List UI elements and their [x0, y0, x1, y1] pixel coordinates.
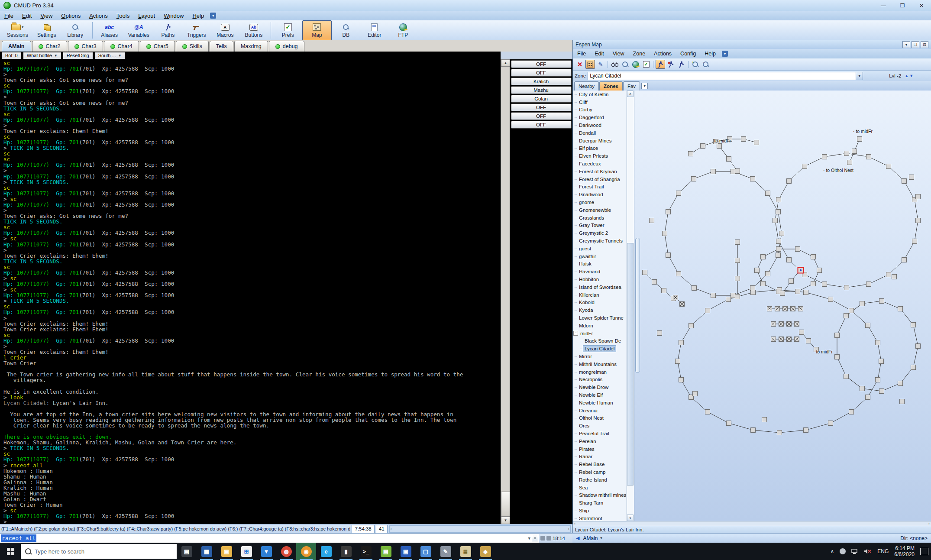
zone-item-pirates[interactable]: ···Pirates	[573, 445, 627, 453]
tab-debug[interactable]: debug	[269, 41, 304, 52]
menu-options[interactable]: Options	[57, 11, 85, 20]
zone-item-mirror[interactable]: ···Mirror	[573, 353, 627, 360]
zone-item-darkwood[interactable]: ···Darkwood	[573, 121, 627, 129]
edit-pencil-icon[interactable]: ✎	[596, 60, 605, 69]
zone-item-killerclan[interactable]: ···Killerclan	[573, 291, 627, 299]
tab-char5[interactable]: Char5	[140, 41, 175, 52]
volume-muted-icon[interactable]	[864, 548, 872, 554]
zone-item-stormfront[interactable]: ···Stormfront	[573, 515, 627, 521]
zone-item-gnarlwood[interactable]: ···Gnarlwood	[573, 191, 627, 198]
map-menu-config[interactable]: Config	[676, 49, 700, 58]
active-session-label[interactable]: AMain	[583, 535, 598, 541]
toolbar-map-button[interactable]: Map	[302, 20, 332, 40]
collapse-left-icon[interactable]: ◀	[576, 535, 579, 541]
toolbar-variables-button[interactable]: @AVariables	[124, 20, 154, 40]
menu-help[interactable]: Help	[188, 11, 208, 20]
tab-tells[interactable]: Tells	[210, 41, 233, 52]
walk-runner-icon[interactable]	[656, 60, 665, 69]
zone-item-newbie-human[interactable]: ···Newbie Human	[573, 399, 627, 407]
party-button-off-0[interactable]: OFF	[511, 60, 572, 68]
map-tab-fav[interactable]: Fav	[623, 81, 640, 91]
menu-window[interactable]: Window	[159, 11, 188, 20]
collapse-expander-icon[interactable]: −	[573, 331, 578, 336]
status-hscrollbar[interactable]: ‹ ›	[389, 525, 571, 533]
map-vertical-scroll-thumb[interactable]	[635, 238, 640, 373]
toolbar-buttons-button[interactable]: AbButtons	[239, 20, 268, 40]
map-maximize-icon[interactable]: ❐	[912, 41, 919, 48]
zone-item-guest[interactable]: ···guest	[573, 245, 627, 252]
zone-item-peaceful-trail[interactable]: ···Peaceful Trail	[573, 430, 627, 437]
menu-layout[interactable]: Layout	[134, 11, 159, 20]
taskbar-clock[interactable]: 6:14 PM 6/6/2020	[894, 545, 915, 557]
zone-item-forest-of-shangria[interactable]: ···Forest of Shangria	[573, 175, 627, 183]
zone-item-dendall[interactable]: ···Dendall	[573, 129, 627, 137]
scrollbar-thumb[interactable]	[501, 492, 510, 517]
zone-item-lycan-citadel[interactable]: ···Lycan Citadel	[573, 345, 627, 353]
taskbar-icon-scroll-app[interactable]: ≣	[456, 543, 475, 560]
tab-char2[interactable]: Char2	[32, 41, 67, 52]
command-dropdown-icon[interactable]: ▼	[528, 536, 530, 541]
action-center-icon[interactable]	[920, 548, 928, 555]
zone-item-newbie-drow[interactable]: ···Newbie Drow	[573, 383, 627, 391]
level-spinner[interactable]: ▲▼	[905, 74, 914, 78]
menu-overflow-icon[interactable]: ▾	[722, 51, 728, 57]
bot-button-bot-0[interactable]: Bot: 0	[1, 52, 22, 60]
tab-amain[interactable]: AMain	[2, 41, 31, 52]
taskbar-icon-mail-app[interactable]: ▼	[256, 543, 276, 560]
status-scroll-left-icon[interactable]: ‹	[391, 527, 392, 531]
toolbar-triggers-button[interactable]: Triggers	[182, 20, 211, 40]
toolbar-ftp-button[interactable]: FTP	[389, 20, 417, 40]
map-menu-zone[interactable]: Zone	[629, 49, 650, 58]
taskbar-icon-app-blue-floppy[interactable]: ▦	[197, 543, 217, 560]
toolbar-aliases-button[interactable]: abcAliases	[95, 20, 124, 40]
scroll-up-icon[interactable]: ▲	[501, 59, 510, 67]
zone-scroll-down-icon[interactable]: ∨	[627, 515, 634, 521]
map-menu-edit[interactable]: Edit	[590, 49, 608, 58]
zone-item-ship[interactable]: ···Ship	[573, 507, 627, 515]
party-button-mashu[interactable]: Mashu	[511, 86, 572, 94]
zone-item-elf-place[interactable]: ···Elf place	[573, 145, 627, 152]
zone-item-facedeux[interactable]: ···Facedeux	[573, 160, 627, 168]
walk-fast-runner-icon[interactable]	[676, 60, 686, 69]
zone-item-corby[interactable]: ···Corby	[573, 106, 627, 114]
zone-item-island-of-swordsea[interactable]: ···Island of Swordsea	[573, 283, 627, 291]
bot-button-south-[interactable]: South ...▼	[94, 52, 126, 60]
party-button-golan[interactable]: Golan	[511, 95, 572, 103]
menu-view[interactable]: View	[36, 11, 57, 20]
map-title-bar[interactable]: Espen Map ▾ ❐ ⊡	[573, 40, 931, 49]
menu-edit[interactable]: Edit	[18, 11, 36, 20]
zone-item-necropolis[interactable]: ···Necropolis	[573, 375, 627, 383]
goto-globe-icon[interactable]	[631, 60, 640, 69]
zone-item-oceania[interactable]: ···Oceania	[573, 407, 627, 414]
map-menu-actions[interactable]: Actions	[650, 49, 676, 58]
map-pin-icon[interactable]: ⊡	[921, 41, 928, 48]
toolbar-paths-button[interactable]: Paths	[154, 20, 182, 40]
confirm-checkbox-icon[interactable]: ✓	[641, 60, 651, 69]
map-menu-file[interactable]: File	[573, 49, 590, 58]
zone-item-city-of-kreltin[interactable]: ···City of Kreltin	[573, 91, 627, 98]
zone-item-black-spawn-de[interactable]: ···Black Spawn De	[573, 337, 627, 345]
tab-skills[interactable]: Skills	[176, 41, 209, 52]
zone-item-mongrelman[interactable]: ···mongrelman	[573, 368, 627, 376]
map-scroll-left-icon[interactable]: ‹	[574, 522, 575, 526]
party-button-off-1[interactable]: OFF	[511, 69, 572, 77]
language-indicator[interactable]: ENG	[877, 548, 889, 554]
map-tab-zones[interactable]: Zones	[599, 81, 623, 91]
mud-terminal[interactable]: scHp: 1077(1077) Gp: 701(701) Xp: 425758…	[0, 59, 501, 524]
party-button-off-5[interactable]: OFF	[511, 104, 572, 111]
zone-item-gnomenewbie[interactable]: ···Gnomenewbie	[573, 206, 627, 214]
command-history-icon[interactable]: ≡	[532, 535, 538, 541]
map-tab-nearby[interactable]: Nearby	[574, 81, 599, 91]
party-button-kralich[interactable]: Kralich	[511, 78, 572, 85]
bot-button-resetdmg[interactable]: ResetDmg	[62, 52, 94, 60]
status-scroll-right-icon[interactable]: ›	[568, 527, 569, 531]
taskbar-icon-word-app[interactable]: ▣	[396, 543, 416, 560]
menu-overflow-icon[interactable]: ▾	[210, 13, 216, 19]
taskbar-icon-reader-app[interactable]: ▢	[416, 543, 436, 560]
zone-item-orcs[interactable]: ···Orcs	[573, 422, 627, 430]
taskbar-icon-lantern-app[interactable]: ◆	[475, 543, 495, 560]
taskbar-icon-notepad-plus[interactable]: ▤	[376, 543, 396, 560]
session-dropdown-icon[interactable]: ▼	[599, 536, 603, 540]
toolbar-sessions-button[interactable]: ▾Sessions	[3, 20, 32, 40]
zone-item-perelan[interactable]: ···Perelan	[573, 437, 627, 445]
